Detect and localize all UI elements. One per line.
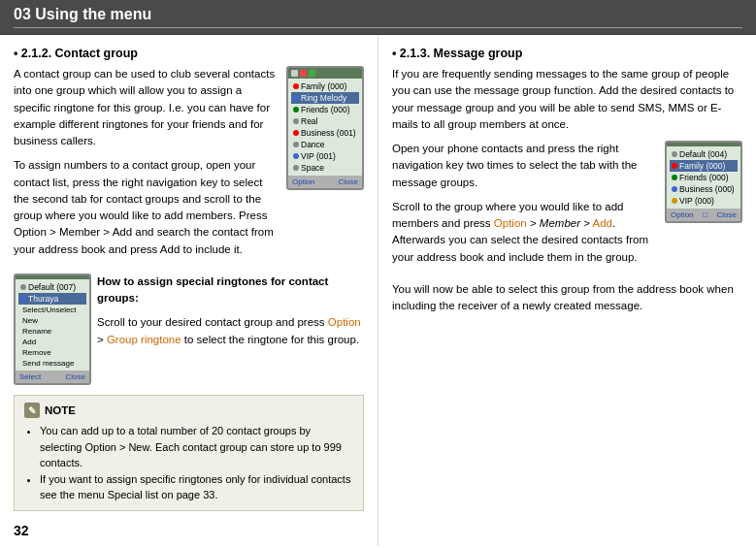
dot-1	[293, 95, 299, 101]
note-bullet2: If you want to assign specific ringtones…	[40, 471, 353, 503]
screen2-menu-1[interactable]: Select/Unselect	[18, 305, 86, 315]
left-para1-block: A contact group can be used to club seve…	[14, 66, 364, 266]
screen2-menu-3[interactable]: Rename	[18, 326, 86, 337]
dot-5	[293, 142, 299, 147]
dot-3	[293, 118, 299, 124]
right-para3: Scroll to the group where you would like…	[392, 199, 657, 266]
screen1-row-3: Real	[291, 115, 359, 127]
screen-right-row-1[interactable]: Family (000)	[670, 160, 738, 172]
screen2-footer: Select Close	[16, 371, 89, 383]
dot-7	[293, 165, 299, 171]
left-para1: A contact group can be used to club seve…	[14, 66, 279, 149]
screen1-row-0: Family (000)	[291, 81, 359, 92]
right-para2: Open your phone contacts and press the r…	[392, 141, 657, 191]
screen1-footer-right[interactable]: Close	[339, 177, 358, 186]
phone-screen-1: Family (000) Ring Melody Friends (000) R…	[286, 66, 364, 190]
phone-screen-2: Default (007) Thuraya Select/Unselect Ne…	[14, 274, 91, 385]
screen-right-footer: Option □ Close	[667, 209, 740, 221]
screen1-row-7: Space	[291, 162, 359, 174]
screen1-row-5: Dance	[291, 139, 359, 150]
rdot-3	[672, 186, 677, 192]
dot-4	[293, 130, 299, 136]
left-column: • 2.1.2. Contact group A contact group c…	[0, 35, 378, 546]
para3-option[interactable]: Option	[328, 316, 361, 328]
note-bullet1: You can add up to a total number of 20 c…	[40, 423, 353, 471]
note-icon: ✎	[24, 403, 40, 418]
header-title: 03 Using the menu	[14, 6, 151, 22]
screen-right-footer-right[interactable]: Close	[717, 210, 737, 219]
screen-right-footer-mid: □	[703, 210, 707, 219]
rdot-2	[672, 175, 677, 180]
dot-d0	[20, 284, 26, 290]
right-add-link[interactable]: Add	[593, 217, 612, 229]
screen1-row-1[interactable]: Ring Melody	[291, 92, 359, 104]
note-box: ✎ NOTE You can add up to a total number …	[14, 395, 364, 511]
rdot-0	[672, 151, 677, 157]
screen1-footer-left[interactable]: Option	[292, 177, 315, 186]
screen-right-row-0: Default (004)	[670, 148, 738, 160]
screen-right-footer-left[interactable]: Option	[671, 210, 694, 219]
rdot-1	[672, 163, 677, 169]
page-body: • 2.1.2. Contact group A contact group c…	[0, 35, 756, 546]
subsection-title: How to assign special ringtones for cont…	[97, 274, 364, 307]
rdot-4	[672, 198, 677, 204]
left-section-title: • 2.1.2. Contact group	[14, 47, 364, 60]
screen2-menu-4[interactable]: Add	[18, 337, 86, 347]
screen1-header	[288, 68, 362, 79]
right-para2-block: Open your phone contacts and press the r…	[392, 141, 742, 274]
right-para1: If you are frequently sending messages t…	[392, 66, 742, 133]
screen2-menu-2[interactable]: New	[18, 315, 86, 326]
screen2-row-thuraya[interactable]: Thuraya	[18, 293, 86, 305]
screen2-row-default: Default (007)	[18, 281, 86, 293]
para3-mid: >	[97, 334, 107, 345]
screen1-icon-red	[300, 70, 307, 77]
para3-pre: Scroll to your desired contact group and…	[97, 316, 328, 328]
note-list: You can add up to a total number of 20 c…	[24, 423, 353, 503]
screen-right-row-3: Business (000)	[670, 183, 738, 195]
screen1-icon-gray	[291, 70, 298, 77]
page-number: 32	[14, 523, 29, 538]
page-header: 03 Using the menu	[0, 0, 756, 35]
screen2-menu-6[interactable]: Send message	[18, 358, 86, 369]
right-member-link[interactable]: Member	[540, 217, 580, 229]
right-column: • 2.1.3. Message group If you are freque…	[378, 35, 756, 546]
right-para4: You will now be able to select this grou…	[392, 281, 742, 315]
para3-group[interactable]: Group ringtone	[107, 334, 181, 345]
left-para2: To assign numbers to a contact group, op…	[14, 157, 279, 258]
screen2-footer-left[interactable]: Select	[19, 372, 41, 381]
left-para3: Scroll to your desired contact group and…	[97, 314, 364, 348]
screen2-footer-right[interactable]: Close	[66, 372, 85, 381]
screen1-row-4: Business (001)	[291, 127, 359, 139]
two-screens-row: Default (007) Thuraya Select/Unselect Ne…	[14, 274, 364, 385]
screen-right-row-2: Friends (000)	[670, 172, 738, 183]
screen2-menu-5[interactable]: Remove	[18, 347, 86, 358]
screen1-row-2: Friends (000)	[291, 104, 359, 115]
right-section-title: • 2.1.3. Message group	[392, 47, 742, 60]
screen1-footer: Option Close	[288, 176, 362, 188]
para3-post: to select the ringtone for this group.	[181, 334, 359, 345]
screen1-row-6: VIP (001)	[291, 150, 359, 162]
dot-2	[293, 107, 299, 113]
right-option-link[interactable]: Option	[494, 217, 527, 229]
screen1-body: Family (000) Ring Melody Friends (000) R…	[288, 79, 362, 176]
dot-6	[293, 153, 299, 159]
note-header: ✎ NOTE	[24, 403, 353, 419]
screen-right-body: Default (004) Family (000) Friends (000)…	[667, 146, 740, 209]
dot-d1	[20, 296, 26, 302]
dot-0	[293, 83, 299, 89]
screen1-icon-green	[309, 70, 315, 77]
screen-right-row-4: VIP (000)	[670, 195, 738, 207]
phone-screen-right: Default (004) Family (000) Friends (000)…	[665, 141, 742, 223]
screen2-body: Default (007) Thuraya Select/Unselect Ne…	[16, 279, 89, 371]
note-label: NOTE	[45, 403, 76, 419]
